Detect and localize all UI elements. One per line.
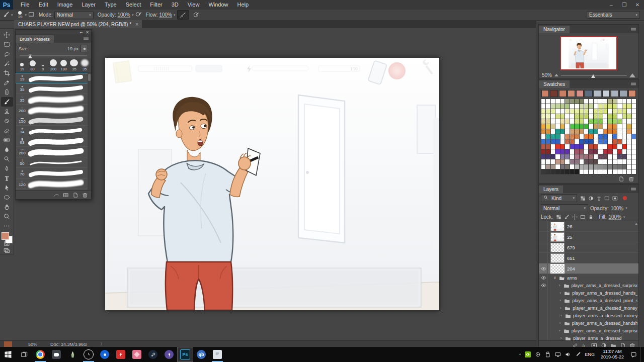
swatch[interactable] [584, 99, 588, 104]
swatch[interactable] [580, 149, 584, 154]
swatch[interactable] [551, 124, 555, 129]
brush-preset-row[interactable]: ●70 [16, 168, 91, 178]
swatch[interactable] [613, 134, 617, 139]
swatch[interactable] [594, 99, 598, 104]
swatch[interactable] [603, 109, 607, 114]
toggle-brush-panel-button[interactable] [28, 11, 35, 19]
swatch[interactable] [608, 119, 612, 124]
layer-name[interactable]: 25 [567, 234, 573, 240]
rect-outline-icon[interactable] [28, 11, 35, 18]
swatch[interactable] [627, 124, 631, 129]
swatch[interactable] [603, 169, 607, 174]
menu-view[interactable]: View [183, 0, 204, 10]
swatch[interactable] [551, 129, 555, 134]
swatch[interactable] [541, 124, 545, 129]
tool-lasso[interactable] [1, 49, 13, 59]
swatch[interactable] [565, 169, 569, 174]
swatch[interactable] [560, 114, 565, 119]
swatch[interactable] [580, 144, 584, 149]
swatch[interactable] [575, 109, 579, 114]
swatch[interactable] [627, 109, 631, 114]
visibility-toggle[interactable] [540, 289, 548, 297]
chevron-right-icon[interactable]: › [559, 313, 563, 318]
swatch[interactable] [584, 114, 588, 119]
swatch[interactable] [627, 99, 631, 104]
swatch[interactable] [602, 90, 610, 97]
swatch[interactable] [608, 124, 612, 129]
swatch[interactable] [617, 144, 621, 149]
smoothing-icon[interactable] [193, 12, 199, 18]
lock-brush-button[interactable] [564, 214, 570, 220]
swatch[interactable] [598, 149, 602, 154]
swatch[interactable] [570, 109, 574, 114]
swatch[interactable] [627, 164, 631, 169]
fill-value[interactable]: 100% [608, 214, 621, 220]
swatch[interactable] [594, 134, 598, 139]
swatch[interactable] [589, 99, 593, 104]
swatch[interactable] [603, 164, 607, 169]
swatch[interactable] [594, 159, 598, 164]
swatch[interactable] [551, 139, 555, 144]
swatch[interactable] [608, 139, 612, 144]
swatch[interactable] [584, 169, 588, 174]
swatch[interactable] [608, 129, 612, 134]
swatch[interactable] [565, 154, 569, 159]
stroke-preview-button[interactable] [53, 192, 59, 198]
swatch[interactable] [603, 144, 607, 149]
swatch[interactable] [584, 109, 588, 114]
swatch[interactable] [541, 119, 545, 124]
swatch[interactable] [622, 109, 626, 114]
group-name[interactable]: player_arms_a_dressed_surprised_up [572, 328, 637, 333]
swatch[interactable] [565, 164, 569, 169]
swatch[interactable] [546, 104, 550, 109]
swatch[interactable] [598, 164, 602, 169]
swatch[interactable] [617, 114, 621, 119]
swatch[interactable] [565, 144, 569, 149]
taskbar-steam-button[interactable] [145, 347, 161, 362]
brush-tip-icon[interactable] [80, 45, 88, 52]
brush-tool-icon[interactable] [3, 11, 10, 19]
swatch[interactable] [617, 169, 621, 174]
swatch[interactable] [598, 154, 602, 159]
swatch[interactable] [551, 119, 555, 124]
taskbar-chrome-button[interactable] [32, 347, 48, 362]
close-button[interactable]: ✕ [631, 0, 644, 10]
tab-brush-presets[interactable]: Brush Presets [16, 35, 54, 43]
layer-group-row[interactable]: ›player_arms_a_dressed_point_self [539, 297, 638, 304]
visibility-toggle[interactable] [540, 312, 548, 319]
taskbar-photos-pink-button[interactable] [129, 347, 145, 362]
tool-pen[interactable] [1, 164, 13, 173]
swatch[interactable] [613, 104, 617, 109]
swatch[interactable] [555, 134, 559, 139]
swatch[interactable] [560, 164, 565, 169]
swatch[interactable] [598, 159, 602, 164]
swatch[interactable] [551, 114, 555, 119]
tool-crop[interactable] [1, 68, 13, 78]
swatch[interactable] [622, 104, 626, 109]
tool-quick-selection[interactable] [1, 59, 13, 68]
layer-name[interactable]: 26 [567, 224, 573, 229]
swatch[interactable] [594, 124, 598, 129]
taskbar-task-view-button[interactable] [16, 347, 32, 362]
layer-thumbnail[interactable] [550, 243, 565, 252]
swatch[interactable] [584, 119, 588, 124]
brush-preset-row[interactable]: ◌120 [16, 178, 91, 189]
zoom-in-icon[interactable] [629, 73, 635, 77]
show-desktop-button[interactable] [640, 347, 643, 362]
group-name[interactable]: player_arms_a_dressed_money [573, 313, 637, 318]
swatch[interactable] [546, 114, 550, 119]
swatch[interactable] [603, 124, 607, 129]
swatch[interactable] [632, 144, 636, 149]
layer-group-row[interactable]: ›player_arms_a_dressed_hands_up [539, 289, 638, 297]
group-name[interactable]: player_arms_a_dressed_money2 [573, 306, 637, 311]
swatch[interactable] [608, 154, 612, 159]
swatch[interactable] [580, 139, 584, 144]
swatch[interactable] [617, 139, 621, 144]
visibility-toggle[interactable] [540, 221, 548, 231]
chevron-right-icon[interactable]: › [559, 306, 563, 310]
swatch[interactable] [546, 134, 550, 139]
swatch[interactable] [568, 90, 575, 97]
tool-ellipse-shape[interactable] [1, 193, 13, 202]
menu-type[interactable]: Type [100, 0, 121, 10]
swatch[interactable] [570, 99, 574, 104]
